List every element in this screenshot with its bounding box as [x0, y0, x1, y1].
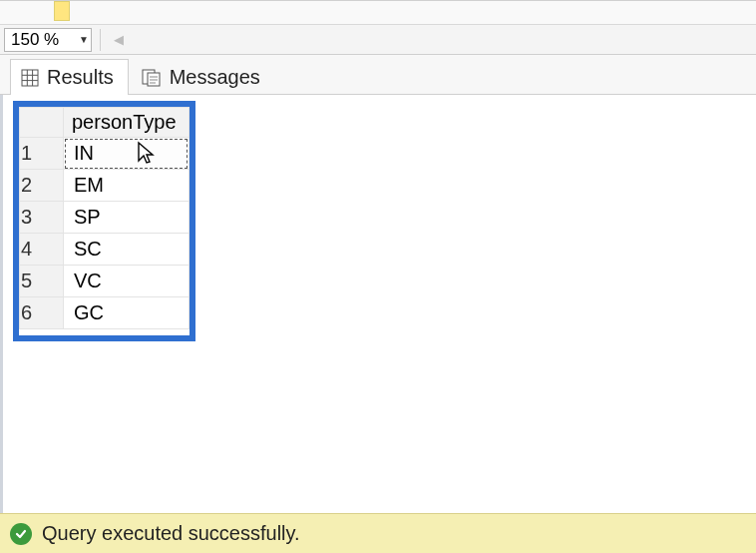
row-number[interactable]: 1 — [20, 138, 64, 170]
row-number[interactable]: 3 — [20, 202, 64, 234]
tab-messages-label: Messages — [170, 66, 260, 89]
tab-results[interactable]: Results — [10, 59, 129, 95]
chevron-down-icon: ▼ — [79, 34, 89, 45]
row-number[interactable]: 2 — [20, 170, 64, 202]
zoom-value: 150 % — [11, 30, 59, 50]
status-bar: Query executed successfully. — [0, 513, 756, 553]
table-row[interactable]: 2 EM — [20, 170, 189, 202]
zoom-combo[interactable]: 150 % ▼ — [4, 28, 92, 52]
row-number[interactable]: 4 — [20, 234, 64, 266]
ssms-results-pane: 150 % ▼ ◀ Results — [0, 0, 756, 553]
results-grid[interactable]: personType 1 IN 2 EM — [19, 107, 189, 329]
highlight-swatch — [54, 1, 70, 21]
zoom-toolbar: 150 % ▼ ◀ — [0, 25, 756, 55]
corner-cell[interactable] — [20, 108, 64, 138]
table-row[interactable]: 3 SP — [20, 202, 189, 234]
results-area: personType 1 IN 2 EM — [0, 95, 756, 513]
row-number[interactable]: 6 — [20, 297, 64, 329]
cursor-icon — [137, 141, 155, 170]
tab-results-label: Results — [47, 66, 114, 89]
cell-persontype[interactable]: EM — [64, 170, 189, 202]
separator — [100, 29, 101, 51]
cell-value: IN — [74, 142, 94, 164]
cell-persontype[interactable]: SC — [64, 234, 189, 266]
table-row[interactable]: 6 GC — [20, 297, 189, 329]
status-message: Query executed successfully. — [42, 522, 300, 545]
messages-icon — [142, 69, 162, 87]
row-number[interactable]: 5 — [20, 266, 64, 297]
table-row[interactable]: 4 SC — [20, 234, 189, 266]
grid-icon — [21, 69, 39, 87]
highlight-box: personType 1 IN 2 EM — [13, 101, 195, 341]
cell-persontype[interactable]: SP — [64, 202, 189, 234]
cell-persontype[interactable]: GC — [64, 297, 189, 329]
triangle-left-icon: ◀ — [114, 32, 124, 47]
cell-persontype[interactable]: VC — [64, 266, 189, 297]
results-tabbar: Results Messages — [0, 55, 756, 95]
table-row[interactable]: 5 VC — [20, 266, 189, 297]
success-icon — [10, 523, 32, 545]
column-header-persontype[interactable]: personType — [64, 108, 189, 138]
header-row: personType — [20, 108, 189, 138]
editor-strip — [0, 1, 756, 25]
table-row[interactable]: 1 IN — [20, 138, 189, 170]
nav-prev-button[interactable]: ◀ — [109, 30, 129, 50]
cell-persontype[interactable]: IN — [64, 138, 189, 170]
tab-messages[interactable]: Messages — [131, 59, 275, 95]
svg-rect-0 — [22, 70, 38, 86]
